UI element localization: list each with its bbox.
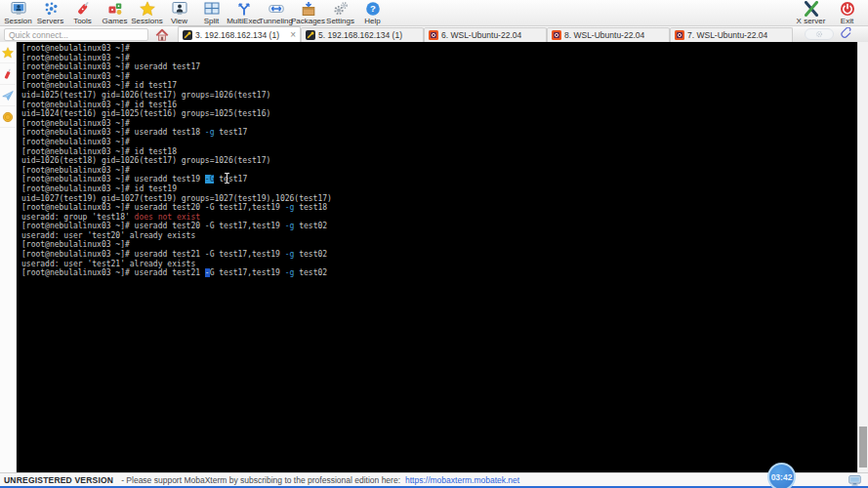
mobaxterm-window: SessionServersToolsGamesSessionsViewSpli… [0,0,868,488]
tools-icon [75,1,91,17]
session-tab-1[interactable]: 3. 192.168.162.134 (1)× [178,26,301,42]
terminal-line: uid=1026(test18) gid=1026(test17) groups… [21,156,857,166]
statusbar-link[interactable]: https://mobaxterm.mobatek.net [405,475,519,485]
terminal-line: uid=1025(test17) gid=1026(test17) groups… [21,91,857,101]
main-area: [root@nebulalinux03 ~]#[root@nebulalinux… [0,42,868,472]
toolbar-item-multiexec[interactable]: MultiExec [227,1,260,25]
split-icon [204,1,220,17]
toolbar-item-label: Settings [326,17,354,25]
terminal-line: [root@nebulalinux03 ~]# [21,44,857,54]
toolbar-item-split[interactable]: Split [195,1,227,25]
multiexec-icon [236,1,252,17]
tab-bar: 3. 192.168.162.134 (1)×5. 192.168.162.13… [0,26,868,42]
terminal-line: useradd: user 'test21' already exists [21,260,857,269]
tab-label: 8. WSL-Ubuntu-22.04 [564,30,644,40]
toolbar-item-help[interactable]: ?Help [356,1,389,25]
terminal-line: [root@nebulalinux03 ~]# useradd test21 -… [21,268,857,278]
terminal-line: [root@nebulalinux03 ~]# id test16 [21,101,857,110]
terminal-line: [root@nebulalinux03 ~]# useradd test19 -… [21,175,857,184]
ssh-icon [183,30,192,40]
knife-icon [2,68,14,80]
packages-icon [301,1,316,17]
toolbar-item-session[interactable]: Session [2,1,34,25]
toolbar-item-label: Exit [841,17,853,25]
terminal-line: [root@nebulalinux03 ~]# [21,119,857,129]
session-icon [11,1,26,17]
terminal-line: [root@nebulalinux03 ~]# [21,240,857,250]
toolbar-right-items: X serverExit [793,1,865,25]
tab-bar-right [805,27,868,42]
servers-icon [43,1,59,17]
tab-settings-button[interactable] [805,28,834,40]
terminal-line: [root@nebulalinux03 ~]# [21,166,857,176]
terminal-line: [root@nebulalinux03 ~]# [21,72,857,82]
xserver-icon [804,1,819,17]
paper-plane-icon [2,90,14,102]
star-icon [2,47,14,59]
toolbar-item-servers[interactable]: Servers [34,1,66,25]
display-icon[interactable] [847,473,862,487]
terminal-line: [root@nebulalinux03 ~]# useradd test20 -… [21,222,857,231]
sessions-star-icon [140,1,155,17]
gear-icon [814,29,824,39]
scrollbar-thumb[interactable] [859,427,867,468]
terminal-line: [root@nebulalinux03 ~]# useradd test18 -… [21,128,857,138]
toolbar-item-sessions[interactable]: Sessions [131,1,163,25]
home-icon [155,28,171,42]
tab-label: 5. 192.168.162.134 (1) [318,30,402,40]
terminal-line: useradd: group 'test18' does not exist [21,213,857,223]
toolbar-item-label: Session [4,17,31,25]
terminal-line: useradd: user 'test20' already exists [21,231,857,241]
unregistered-version-label: UNREGISTERED VERSION [4,475,113,485]
quick-connect-input[interactable] [4,28,148,41]
session-tab-2[interactable]: 5. 192.168.162.134 (1) [301,27,424,42]
wsl-icon [429,30,438,40]
paperclip-icon[interactable] [840,27,852,40]
terminal-line: [root@nebulalinux03 ~]# useradd test20 -… [21,203,857,213]
sidebar-star-button[interactable] [0,42,16,63]
terminal-output[interactable]: [root@nebulalinux03 ~]#[root@nebulalinux… [17,42,857,472]
toolbar-item-tunneling[interactable]: Tunneling [260,1,292,25]
wsl-icon [552,30,561,40]
session-tab-5[interactable]: 7. WSL-Ubuntu-22.04 [670,27,793,42]
statusbar-message: - Please support MobaXterm by subscribin… [121,475,400,485]
terminal-line: uid=1024(test16) gid=1025(test16) groups… [21,109,857,119]
home-button[interactable] [152,27,174,42]
toolbar-item-x-server[interactable]: X server [793,1,829,25]
toolbar-item-games[interactable]: Games [99,1,131,25]
sidebar-coin-button[interactable] [0,106,16,128]
toolbar-item-settings[interactable]: Settings [324,1,356,25]
session-tabs: 3. 192.168.162.134 (1)×5. 192.168.162.13… [178,26,793,42]
view-icon [172,1,187,17]
terminal-scrollbar[interactable] [857,42,868,472]
help-icon: ? [365,1,381,17]
toolbar-items: SessionServersToolsGamesSessionsViewSpli… [2,1,389,25]
session-tab-3[interactable]: 6. WSL-Ubuntu-22.04 [424,27,547,42]
toolbar-item-label: MultiExec [227,17,261,25]
coin-icon [2,111,14,123]
toolbar-item-label: Sessions [131,17,162,25]
toolbar-item-label: Tools [73,17,92,25]
wsl-icon [675,30,684,40]
terminal-line: [root@nebulalinux03 ~]# id test19 [21,184,857,194]
terminal-line: [root@nebulalinux03 ~]# useradd test21 -… [21,250,857,260]
tab-label: 6. WSL-Ubuntu-22.04 [441,30,521,40]
session-tab-4[interactable]: 8. WSL-Ubuntu-22.04 [547,27,670,42]
toolbar-item-label: Packages [291,17,325,25]
toolbar-item-label: View [171,17,187,25]
sidebar-knife-button[interactable] [0,63,16,85]
toolbar-item-label: Help [364,17,380,25]
toolbar-item-tools[interactable]: Tools [66,1,99,25]
tab-close-icon[interactable]: × [290,30,296,40]
sidebar-paper-plane-button[interactable] [0,85,16,106]
tab-label: 3. 192.168.162.134 (1) [195,30,279,40]
tab-label: 7. WSL-Ubuntu-22.04 [687,30,767,40]
toolbar-item-exit[interactable]: Exit [829,1,865,25]
toolbar-item-view[interactable]: View [163,1,195,25]
toolbar-item-packages[interactable]: Packages [292,1,324,25]
toolbar-item-label: Servers [37,17,64,25]
ssh-icon [306,30,315,40]
toolbar-item-label: Tunneling [259,17,293,25]
clock-overlay: 03:42 [767,463,796,488]
terminal-line: [root@nebulalinux03 ~]# id test17 [21,81,857,91]
